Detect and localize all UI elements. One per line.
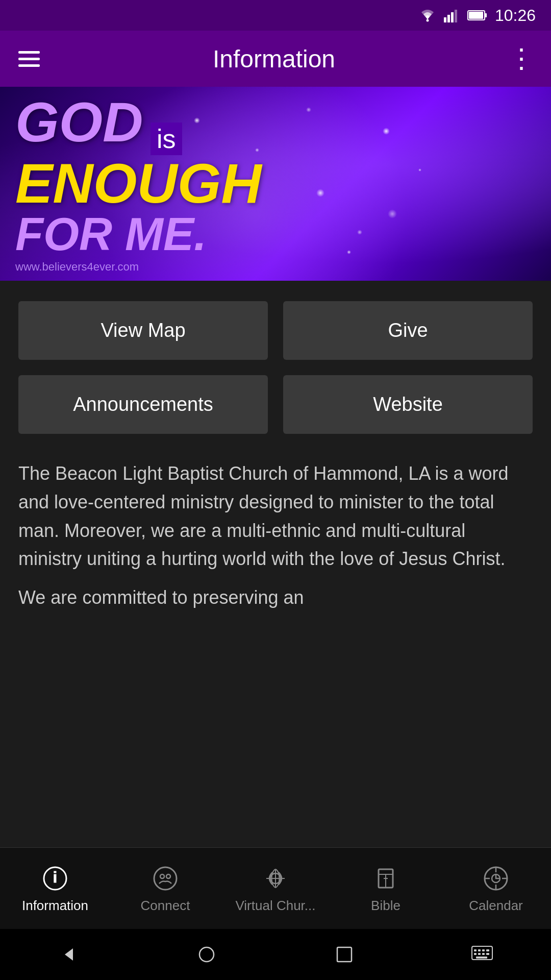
- banner-is-text: is: [151, 122, 182, 155]
- battery-icon: [467, 10, 488, 21]
- give-button[interactable]: Give: [283, 301, 533, 360]
- status-time: 10:26: [495, 6, 536, 25]
- svg-rect-23: [337, 947, 352, 962]
- page-title: Information: [213, 45, 335, 73]
- svg-rect-7: [469, 12, 483, 19]
- bible-nav-label: Bible: [371, 898, 400, 914]
- svg-rect-25: [474, 949, 477, 951]
- bottom-navigation: i Information Connect: [0, 847, 551, 929]
- more-options-button[interactable]: ⋮: [508, 51, 533, 66]
- virtual-church-nav-label: Virtual Chur...: [235, 898, 315, 914]
- svg-rect-4: [455, 10, 457, 22]
- svg-text:i: i: [53, 869, 57, 886]
- nav-item-bible[interactable]: Bible: [331, 858, 441, 919]
- action-buttons-grid: View Map Give Announcements Website: [18, 301, 533, 434]
- calendar-nav-icon: [481, 863, 511, 894]
- connect-nav-label: Connect: [141, 898, 190, 914]
- virtual-church-nav-icon: [260, 863, 291, 894]
- banner-text: GOD is ENOUGH FOR ME. www.believers4ever…: [15, 94, 262, 274]
- svg-rect-26: [478, 949, 481, 951]
- recents-button[interactable]: [329, 939, 360, 970]
- svg-point-12: [166, 874, 170, 878]
- content-area: View Map Give Announcements Website The …: [0, 281, 551, 847]
- information-nav-label: Information: [22, 898, 88, 914]
- svg-point-0: [426, 19, 429, 22]
- system-navigation: [0, 929, 551, 980]
- nav-item-information[interactable]: i Information: [0, 858, 110, 919]
- banner-forme-text: FOR ME.: [15, 211, 262, 257]
- svg-rect-33: [476, 957, 487, 959]
- svg-rect-28: [486, 949, 489, 951]
- status-icons: 10:26: [418, 6, 536, 25]
- svg-rect-30: [478, 953, 481, 955]
- connect-nav-icon: [150, 863, 181, 894]
- banner-god-text: GOD: [15, 90, 143, 153]
- view-map-button[interactable]: View Map: [18, 301, 268, 360]
- svg-rect-6: [485, 13, 487, 17]
- svg-rect-32: [486, 953, 489, 955]
- back-button[interactable]: [54, 939, 84, 970]
- banner-enough-text: ENOUGH: [15, 155, 262, 211]
- description-paragraph2: We are committed to preserving an: [18, 583, 533, 612]
- svg-point-11: [160, 874, 164, 878]
- keyboard-button[interactable]: [467, 939, 497, 970]
- description-paragraph1: The Beacon Light Baptist Church of Hammo…: [18, 459, 533, 573]
- banner-image: GOD is ENOUGH FOR ME. www.believers4ever…: [0, 87, 551, 281]
- banner-website-text: www.believers4ever.com: [15, 260, 262, 274]
- svg-rect-27: [482, 949, 485, 951]
- home-button[interactable]: [191, 939, 222, 970]
- nav-item-virtual-church[interactable]: Virtual Chur...: [220, 858, 331, 919]
- svg-rect-31: [482, 953, 485, 955]
- svg-point-10: [154, 867, 177, 890]
- website-button[interactable]: Website: [283, 375, 533, 434]
- svg-rect-2: [447, 15, 450, 22]
- information-nav-icon: i: [40, 863, 70, 894]
- svg-marker-21: [65, 948, 73, 961]
- hamburger-menu-button[interactable]: [18, 51, 40, 67]
- svg-point-22: [199, 947, 214, 962]
- nav-item-connect[interactable]: Connect: [110, 858, 220, 919]
- nav-item-calendar[interactable]: Calendar: [441, 858, 551, 919]
- bible-nav-icon: [370, 863, 401, 894]
- status-bar: 10:26: [0, 0, 551, 31]
- signal-icon: [444, 8, 460, 22]
- svg-rect-29: [474, 953, 477, 955]
- app-bar: Information ⋮: [0, 31, 551, 87]
- svg-rect-3: [451, 12, 454, 22]
- wifi-icon: [418, 8, 437, 22]
- calendar-nav-label: Calendar: [469, 898, 523, 914]
- svg-rect-1: [444, 17, 446, 22]
- announcements-button[interactable]: Announcements: [18, 375, 268, 434]
